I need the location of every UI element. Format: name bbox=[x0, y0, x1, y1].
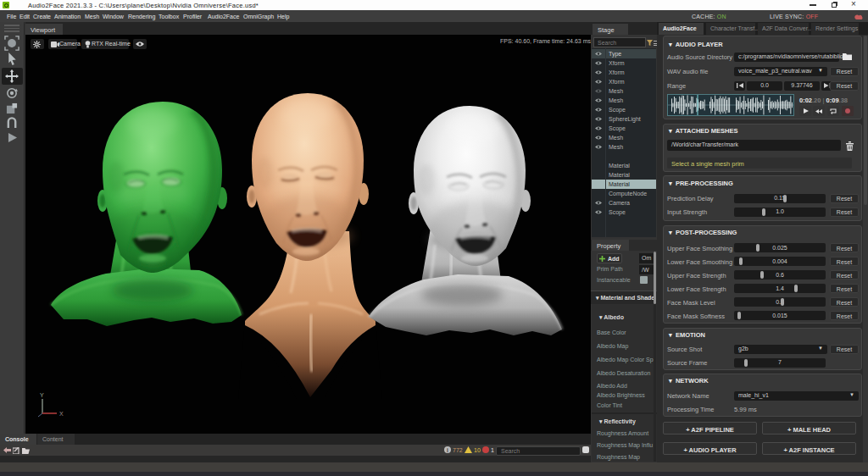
svg-text:Y: Y bbox=[40, 392, 44, 398]
svg-text:X: X bbox=[59, 411, 64, 417]
